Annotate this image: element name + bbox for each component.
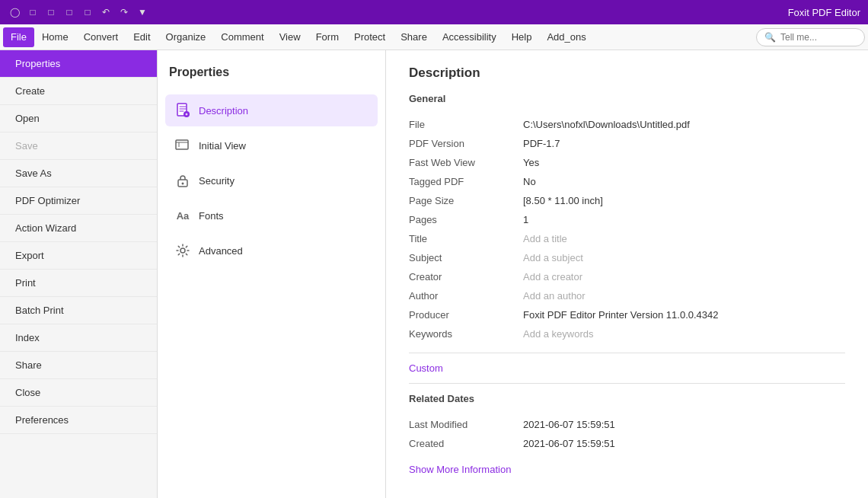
search-bar[interactable]: 🔍 — [756, 28, 865, 46]
new-icon[interactable]: □ — [26, 5, 40, 19]
prop-subject-label: Subject — [409, 252, 523, 263]
prop-keywords-value[interactable]: Add a keywords — [523, 328, 594, 340]
print-icon[interactable]: □ — [81, 5, 94, 19]
prop-created: Created 2021-06-07 15:59:51 — [409, 434, 845, 453]
prop-pdf-version-label: PDF Version — [409, 138, 523, 149]
sidebar-item-share[interactable]: Share — [0, 352, 157, 379]
menu-share[interactable]: Share — [393, 27, 435, 47]
prop-fast-web-view: Fast Web View Yes — [409, 153, 845, 172]
font-icon: Aa — [174, 207, 191, 224]
menu-addons[interactable]: Add_ons — [539, 27, 593, 47]
prop-fast-web-view-value: Yes — [523, 157, 539, 168]
more-icon[interactable]: ▼ — [136, 5, 149, 19]
prop-title-label: Title — [409, 233, 523, 244]
middle-panel-title: Properties — [165, 65, 378, 79]
prop-producer: Producer Foxit PDF Editor Printer Versio… — [409, 305, 845, 324]
prop-creator-value[interactable]: Add a creator — [523, 271, 582, 283]
prop-pages-label: Pages — [409, 214, 523, 225]
sidebar-item-print[interactable]: Print — [0, 270, 157, 297]
show-more-link[interactable]: Show More Information — [409, 464, 845, 475]
custom-link[interactable]: Custom — [409, 362, 845, 374]
redo-icon[interactable]: ↷ — [117, 5, 131, 19]
gear-icon — [174, 242, 191, 259]
sidebar-item-open[interactable]: Open — [0, 105, 157, 132]
menu-organize[interactable]: Organize — [158, 27, 214, 47]
prop-producer-value: Foxit PDF Editor Printer Version 11.0.0.… — [523, 309, 719, 321]
prop-subject[interactable]: Subject Add a subject — [409, 248, 845, 267]
nav-item-advanced[interactable]: Advanced — [165, 235, 378, 267]
prop-created-label: Created — [409, 438, 523, 449]
lock-icon — [174, 172, 191, 189]
right-panel-title: Description — [409, 65, 845, 81]
nav-item-initial-view-label: Initial View — [199, 140, 246, 152]
prop-tagged-pdf: Tagged PDF No — [409, 172, 845, 191]
menu-bar: File Home Convert Edit Organize Comment … — [0, 24, 868, 50]
svg-rect-2 — [176, 140, 188, 149]
menu-view[interactable]: View — [272, 27, 308, 47]
nav-item-security[interactable]: Security — [165, 164, 378, 196]
sidebar-item-create[interactable]: Create — [0, 78, 157, 105]
prop-title[interactable]: Title Add a title — [409, 229, 845, 248]
prop-pdf-version-value: PDF-1.7 — [523, 138, 560, 149]
sidebar-item-save-as[interactable]: Save As — [0, 160, 157, 187]
svg-point-6 — [182, 183, 184, 185]
prop-last-modified-value: 2021-06-07 15:59:51 — [523, 419, 615, 430]
menu-edit[interactable]: Edit — [126, 27, 158, 47]
prop-keywords[interactable]: Keywords Add a keywords — [409, 324, 845, 343]
nav-item-fonts-label: Fonts — [199, 210, 224, 222]
sidebar-item-batch-print[interactable]: Batch Print — [0, 297, 157, 324]
save-icon[interactable]: □ — [62, 5, 76, 19]
prop-tagged-pdf-label: Tagged PDF — [409, 176, 523, 187]
general-section-title: General — [409, 93, 845, 107]
nav-item-description-label: Description — [199, 105, 248, 117]
menu-file[interactable]: File — [3, 27, 34, 47]
prop-tagged-pdf-value: No — [523, 176, 536, 187]
sidebar-item-save: Save — [0, 132, 157, 160]
prop-pdf-version: PDF Version PDF-1.7 — [409, 134, 845, 153]
nav-item-fonts[interactable]: Aa Fonts — [165, 200, 378, 231]
right-panel: Description General File C:\Users\nofxl\… — [386, 50, 868, 498]
menu-convert[interactable]: Convert — [76, 27, 126, 47]
undo-icon[interactable]: ↶ — [99, 5, 113, 19]
prop-creator-label: Creator — [409, 271, 523, 283]
svg-point-7 — [180, 248, 185, 253]
menu-form[interactable]: Form — [308, 27, 346, 47]
prop-author[interactable]: Author Add an author — [409, 286, 845, 305]
sidebar-item-export[interactable]: Export — [0, 242, 157, 270]
prop-subject-value[interactable]: Add a subject — [523, 252, 583, 263]
menu-home[interactable]: Home — [34, 27, 76, 47]
search-icon: 🔍 — [764, 32, 776, 43]
sidebar-item-index[interactable]: Index — [0, 324, 157, 352]
prop-title-value[interactable]: Add a title — [523, 233, 567, 244]
prop-keywords-label: Keywords — [409, 328, 523, 340]
menu-help[interactable]: Help — [504, 27, 540, 47]
sidebar-item-properties[interactable]: Properties — [0, 50, 157, 78]
prop-page-size-label: Page Size — [409, 195, 523, 206]
sidebar-item-pdf-optimizer[interactable]: PDF Optimizer — [0, 187, 157, 215]
prop-pages: Pages 1 — [409, 210, 845, 229]
title-bar: ◯ □ □ □ □ ↶ ↷ ▼ Foxit PDF Editor — [0, 0, 868, 24]
prop-file: File C:\Users\nofxl\Downloads\Untitled.p… — [409, 115, 845, 134]
search-input[interactable] — [780, 32, 857, 43]
sidebar-item-action-wizard[interactable]: Action Wizard — [0, 215, 157, 242]
prop-author-value[interactable]: Add an author — [523, 290, 586, 302]
doc-icon — [174, 102, 191, 119]
app-icon: ◯ — [8, 5, 21, 19]
menu-accessibility[interactable]: Accessibility — [435, 27, 504, 47]
divider-2 — [409, 383, 845, 384]
sidebar-item-preferences[interactable]: Preferences — [0, 407, 157, 434]
menu-protect[interactable]: Protect — [346, 27, 393, 47]
menu-comment[interactable]: Comment — [213, 27, 271, 47]
sidebar-item-close[interactable]: Close — [0, 379, 157, 407]
related-dates-section-title: Related Dates — [409, 393, 845, 407]
nav-item-initial-view[interactable]: Initial View — [165, 129, 378, 161]
open-icon[interactable]: □ — [44, 5, 58, 19]
prop-page-size: Page Size [8.50 * 11.00 inch] — [409, 191, 845, 210]
nav-item-description[interactable]: Description — [165, 94, 378, 126]
prop-last-modified-label: Last Modified — [409, 419, 523, 430]
title-bar-icons: ◯ □ □ □ □ ↶ ↷ ▼ — [8, 5, 149, 19]
prop-pages-value: 1 — [523, 214, 528, 225]
nav-item-advanced-label: Advanced — [199, 245, 243, 257]
prop-creator[interactable]: Creator Add a creator — [409, 267, 845, 286]
sidebar: Properties Create Open Save Save As PDF … — [0, 50, 158, 498]
